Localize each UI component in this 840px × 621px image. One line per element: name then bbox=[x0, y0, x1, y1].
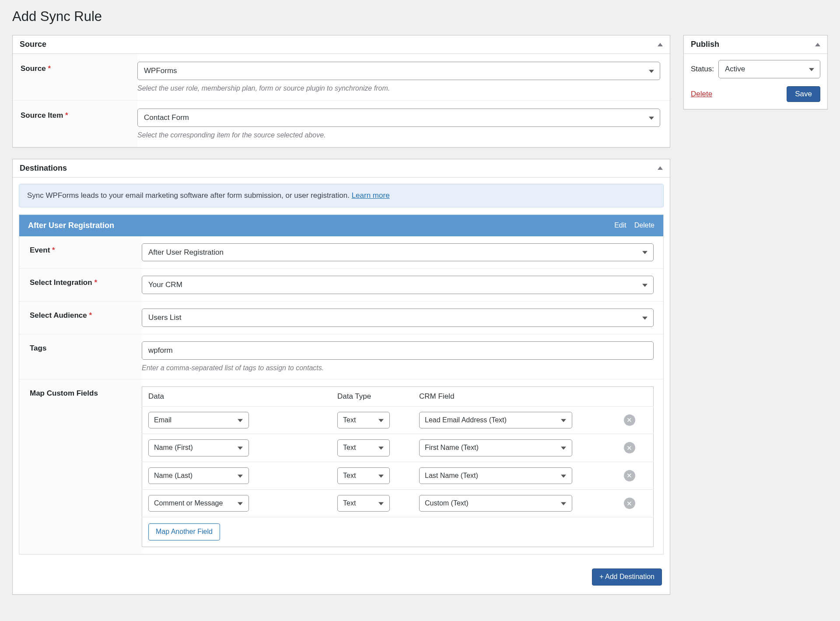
map-data-select[interactable]: Email bbox=[148, 412, 249, 428]
tags-input[interactable] bbox=[142, 341, 654, 360]
page-title: Add Sync Rule bbox=[12, 9, 828, 25]
integration-select[interactable]: Your CRM bbox=[142, 276, 654, 294]
map-another-field-button[interactable]: Map Another Field bbox=[148, 523, 220, 540]
map-row: Comment or MessageTextCustom (Text)✕ bbox=[142, 489, 654, 517]
collapse-icon[interactable] bbox=[658, 43, 663, 46]
map-type-select[interactable]: Text bbox=[337, 467, 390, 484]
status-select[interactable]: Active bbox=[718, 60, 820, 78]
destinations-panel: Destinations Sync WPForms leads to your … bbox=[12, 159, 670, 595]
add-destination-button[interactable]: + Add Destination bbox=[592, 568, 662, 586]
destinations-panel-title: Destinations bbox=[20, 164, 67, 173]
event-select[interactable]: After User Registration bbox=[142, 243, 654, 262]
remove-row-icon[interactable]: ✕ bbox=[624, 470, 635, 481]
required-marker: * bbox=[52, 246, 55, 254]
audience-select[interactable]: Users List bbox=[142, 309, 654, 327]
source-panel: Source Source * WPForms bbox=[12, 35, 670, 147]
source-label: Source bbox=[21, 64, 46, 73]
collapse-icon[interactable] bbox=[658, 166, 663, 170]
map-type-select[interactable]: Text bbox=[337, 495, 390, 512]
required-marker: * bbox=[65, 111, 68, 119]
remove-row-icon[interactable]: ✕ bbox=[624, 498, 635, 509]
col-crm-header: CRM Field bbox=[413, 386, 618, 406]
status-label: Status: bbox=[691, 65, 714, 74]
tags-label: Tags bbox=[30, 344, 46, 352]
remove-row-icon[interactable]: ✕ bbox=[624, 414, 635, 426]
col-data-header: Data bbox=[142, 386, 332, 406]
destination-delete-link[interactable]: Delete bbox=[634, 221, 654, 229]
collapse-icon[interactable] bbox=[815, 43, 820, 46]
map-crm-select[interactable]: Last Name (Text) bbox=[419, 467, 572, 484]
required-marker: * bbox=[48, 64, 51, 73]
source-item-label: Source Item bbox=[21, 111, 63, 119]
destination-edit-link[interactable]: Edit bbox=[614, 221, 626, 229]
map-fields-table: Data Data Type CRM Field EmailTextLead E… bbox=[142, 386, 654, 547]
map-data-select[interactable]: Comment or Message bbox=[148, 495, 249, 512]
integration-label: Select Integration bbox=[30, 278, 92, 287]
map-row: EmailTextLead Email Address (Text)✕ bbox=[142, 406, 654, 434]
tags-help: Enter a comma-separated list of tags to … bbox=[142, 364, 654, 372]
map-data-select[interactable]: Name (First) bbox=[148, 439, 249, 456]
save-button[interactable]: Save bbox=[787, 86, 820, 102]
source-select[interactable]: WPForms bbox=[137, 62, 660, 80]
info-notice: Sync WPForms leads to your email marketi… bbox=[19, 184, 664, 207]
map-crm-select[interactable]: Lead Email Address (Text) bbox=[419, 412, 572, 428]
map-row: Name (Last)TextLast Name (Text)✕ bbox=[142, 462, 654, 489]
required-marker: * bbox=[94, 278, 97, 287]
required-marker: * bbox=[89, 311, 92, 319]
publish-panel-title: Publish bbox=[691, 40, 719, 49]
source-item-help: Select the corresponding item for the so… bbox=[137, 131, 660, 139]
audience-label: Select Audience bbox=[30, 311, 87, 319]
map-type-select[interactable]: Text bbox=[337, 439, 390, 456]
map-crm-select[interactable]: Custom (Text) bbox=[419, 495, 572, 512]
map-row: Name (First)TextFirst Name (Text)✕ bbox=[142, 434, 654, 462]
publish-panel: Publish Status: Active Delete Save bbox=[683, 35, 828, 109]
map-fields-label: Map Custom Fields bbox=[30, 389, 98, 397]
col-type-header: Data Type bbox=[331, 386, 413, 406]
map-data-select[interactable]: Name (Last) bbox=[148, 467, 249, 484]
destination-title: After User Registration bbox=[28, 221, 114, 230]
source-panel-title: Source bbox=[20, 40, 46, 49]
source-item-select[interactable]: Contact Form bbox=[137, 109, 660, 127]
destination-block: After User Registration Edit Delete Even… bbox=[19, 214, 664, 555]
remove-row-icon[interactable]: ✕ bbox=[624, 442, 635, 453]
source-help: Select the user role, membership plan, f… bbox=[137, 84, 660, 92]
delete-link[interactable]: Delete bbox=[691, 90, 712, 98]
map-type-select[interactable]: Text bbox=[337, 412, 390, 428]
learn-more-link[interactable]: Learn more bbox=[352, 191, 390, 200]
map-crm-select[interactable]: First Name (Text) bbox=[419, 439, 572, 456]
event-label: Event bbox=[30, 246, 50, 254]
